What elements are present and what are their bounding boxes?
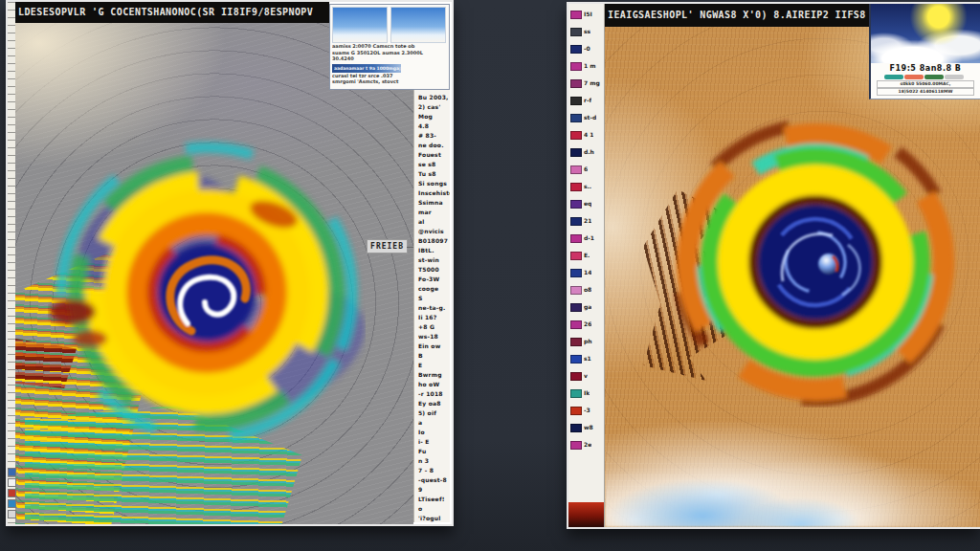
- legend-chip-label: s1: [584, 355, 591, 363]
- left-map-canvas: FREIEB: [15, 23, 413, 524]
- sky-thumbnail-2: [390, 7, 446, 43]
- legend-chip-label: d.h: [584, 148, 594, 156]
- legend-color-chip: [570, 148, 582, 157]
- legend-swatch-row: 6: [570, 161, 604, 178]
- sky-thumbnail-1: [332, 7, 388, 43]
- legend-text-line: IBtL.: [414, 246, 450, 255]
- right-panel-legend-strip: I5I ss -0 1 m 7: [568, 4, 605, 527]
- legend-swatch-row: o8: [570, 281, 604, 298]
- legend-chip-label: st-d: [584, 114, 596, 121]
- legend-chip-label: s..: [584, 183, 591, 190]
- inset-blue-bar: aadanamaar t 9a 1000mga; omscasws: [332, 64, 401, 73]
- legend-text-line: Inscehisto: [414, 188, 450, 198]
- legend-color-chip: [570, 424, 582, 432]
- legend-color-chip: [570, 45, 582, 54]
- legend-text-line: ho oW: [414, 380, 450, 389]
- hurricane-vortex-right: [670, 117, 961, 408]
- legend-text-line: ne doo.: [414, 141, 450, 150]
- legend-text-line: 2) cas': [414, 102, 450, 112]
- legend-red-gradient-block: [568, 502, 604, 527]
- legend-chip-label: Ik: [584, 389, 590, 397]
- inset-color-chip: [945, 75, 964, 79]
- legend-chip-label: I5I: [584, 11, 592, 18]
- legend-color-chip: [570, 252, 582, 260]
- legend-swatch-row: 2e: [570, 436, 604, 453]
- legend-chip-label: 4 1: [584, 131, 593, 139]
- legend-text-line: n 3: [414, 456, 450, 466]
- legend-text-line: Ssimna: [414, 198, 450, 208]
- legend-chip-label: 7 mg: [584, 79, 600, 87]
- inset-footer-line: smrgomi 'Asmcts, stovct: [332, 78, 447, 85]
- legend-swatch-row: d.h: [570, 143, 604, 161]
- legend-text-line: Mog: [414, 112, 450, 121]
- legend-text-line: S: [414, 294, 450, 303]
- right-panel-inset-card: F19:5 8an8.8 B s0kk0 55060.00MAC,18)5022…: [869, 4, 980, 99]
- legend-color-chip: [570, 62, 582, 71]
- legend-text-line: 4.8: [414, 121, 450, 131]
- left-weather-map-panel: LDESESOPVLR 'G COCENTSHANONOC(SR II8IF9/…: [6, 0, 454, 526]
- legend-color-chip: [570, 441, 582, 450]
- legend-swatch-row: s..: [570, 178, 604, 195]
- legend-text-line: Fu: [414, 447, 450, 456]
- legend-text-line: Si songs: [414, 179, 450, 188]
- legend-text-line: Fo-3W: [414, 275, 450, 284]
- right-panel-titlebar: IEAIGSAESHOPL' NGWAS8 X'0) 8.AIREIP2 IIF…: [605, 4, 869, 27]
- legend-chip-label: 1 m: [584, 62, 596, 70]
- legend-color-chip: [570, 338, 582, 346]
- legend-color-chip: [570, 355, 582, 364]
- legend-text-line: se s8: [414, 160, 450, 169]
- legend-text-line: Fouest: [414, 150, 450, 160]
- legend-color-chip: [570, 11, 582, 19]
- legend-color-chip: [570, 320, 582, 329]
- legend-chip-label: ph: [584, 338, 592, 345]
- mini-colorbar-chip: [8, 499, 16, 508]
- legend-swatch-row: 14: [570, 264, 604, 281]
- legend-swatch-row: E.: [570, 247, 604, 264]
- legend-text-line: a: [414, 418, 450, 428]
- legend-text-line: @nvicis: [414, 227, 450, 236]
- legend-chip-label: 26: [584, 320, 591, 328]
- inset-caption-block: aamiss 2:0070 Camscn tote obsuams G 3501…: [332, 43, 447, 62]
- inset-caption-line: 30.4240: [332, 55, 447, 62]
- legend-color-chip: [570, 234, 582, 243]
- inset-caption-line: s0kk0 55060.00MAC,: [877, 80, 974, 88]
- legend-text-line: Ein ow: [414, 342, 450, 351]
- left-panel-legend-strip: Bu 2003, 2) cas' Mog 4.8 # 83- ne doo. F…: [413, 90, 450, 522]
- legend-swatch-row: 21: [570, 212, 604, 230]
- right-map-canvas: [605, 27, 980, 527]
- legend-text-line: 'i?ogul: [414, 514, 450, 522]
- legend-swatch-row: d-1: [570, 230, 604, 247]
- legend-swatch-row: Ik: [570, 385, 604, 402]
- legend-swatch-row: -0: [570, 40, 604, 57]
- legend-text-line: st-win: [414, 255, 450, 265]
- legend-swatch-row: 7 mg: [570, 75, 604, 92]
- sun-and-clouds-thumbnail: [871, 4, 980, 63]
- legend-chip-label: ga: [584, 303, 591, 311]
- legend-swatch-row: s1: [570, 350, 604, 367]
- legend-swatch-row: st-d: [570, 109, 604, 126]
- inset-caption-block: s0kk0 55060.00MAC,18)5022 41406118MW: [871, 80, 980, 96]
- inset-color-scale: [871, 74, 980, 80]
- legend-chip-label: r-f: [584, 97, 591, 104]
- legend-text-line: B018097: [414, 236, 450, 246]
- legend-swatch-row: ss: [570, 23, 604, 40]
- legend-color-chip: [570, 372, 582, 381]
- left-panel-inset-card: aamiss 2:0070 Camscn tote obsuams G 3501…: [329, 4, 450, 90]
- legend-text-line: 5) oif: [414, 408, 450, 418]
- mini-colorbar-chip: [8, 468, 16, 476]
- legend-color-chip: [570, 114, 582, 122]
- field-annotation-label: FREIEB: [367, 239, 408, 253]
- legend-text-line: Bwrmg: [414, 370, 450, 380]
- legend-chip-label: d-1: [584, 234, 594, 242]
- sky-thumbnail-row: [332, 7, 447, 43]
- legend-text-line: o: [414, 504, 450, 514]
- legend-text-line: 9: [414, 485, 450, 495]
- legend-swatch-row: 4 1: [570, 126, 604, 143]
- legend-text-line: mar: [414, 208, 450, 217]
- legend-text-line: Io: [414, 428, 450, 437]
- legend-color-chip: [570, 165, 582, 174]
- legend-color-chip: [570, 200, 582, 209]
- legend-chip-label: ss: [584, 28, 590, 35]
- legend-text-line: E: [414, 361, 450, 370]
- legend-color-chip: [570, 217, 582, 226]
